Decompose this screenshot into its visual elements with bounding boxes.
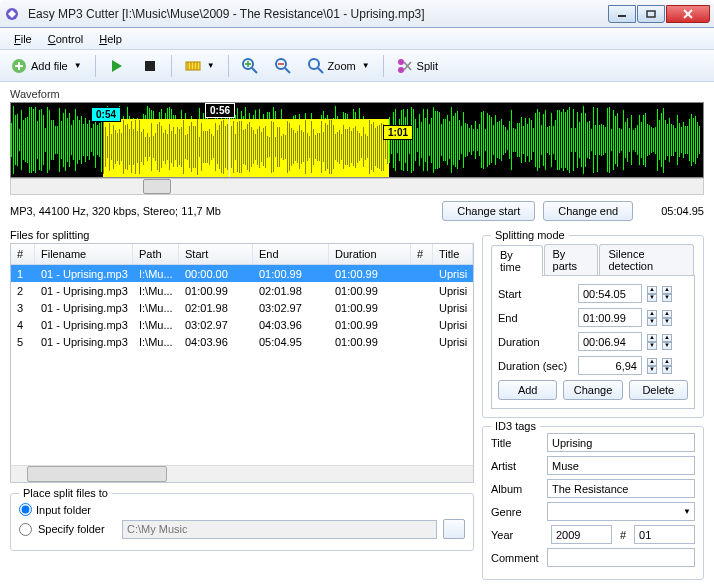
split-table: # Filename Path Start End Duration # Tit… <box>10 243 474 483</box>
id3-genre-select[interactable] <box>547 502 695 521</box>
tab-silence[interactable]: Silence detection <box>599 244 694 275</box>
duration-sec-input[interactable] <box>578 356 642 375</box>
id3-year-input[interactable] <box>551 525 612 544</box>
start-input[interactable] <box>578 284 642 303</box>
minimize-button[interactable] <box>608 5 636 23</box>
stop-button[interactable] <box>135 54 165 78</box>
split-icon <box>397 58 413 74</box>
svg-point-16 <box>309 59 319 69</box>
waveform-label: Waveform <box>10 88 704 100</box>
input-folder-radio[interactable] <box>19 503 32 516</box>
stop-icon <box>142 58 158 74</box>
change-end-button[interactable]: Change end <box>543 201 633 221</box>
titlebar: Easy MP3 Cutter [I:\Music\Muse\2009 - Th… <box>0 0 714 28</box>
menu-help[interactable]: Help <box>91 30 130 48</box>
id3-title-input[interactable] <box>547 433 695 452</box>
close-button[interactable] <box>666 5 710 23</box>
delete-button[interactable]: Delete <box>629 380 688 400</box>
file-info: MP3, 44100 Hz, 320 kbps, Stereo; 11,7 Mb <box>10 205 434 217</box>
toolbar: Add file ▼ ▼ Zoom▼ Split <box>0 50 714 82</box>
start-dn[interactable]: ▼ <box>647 294 657 302</box>
id3-album-input[interactable] <box>547 479 695 498</box>
waveform-icon <box>185 58 201 74</box>
menu-file[interactable]: File <box>6 30 40 48</box>
zoom-in-icon <box>242 58 258 74</box>
col-duration[interactable]: Duration <box>329 244 411 264</box>
split-button[interactable]: Split <box>390 54 445 78</box>
playhead-line <box>229 117 230 177</box>
specify-folder-radio[interactable] <box>19 523 32 536</box>
id3-label: ID3 tags <box>491 420 540 432</box>
menu-control[interactable]: Control <box>40 30 91 48</box>
svg-point-19 <box>398 67 404 73</box>
table-label: Files for splitting <box>10 229 474 241</box>
tab-by-parts[interactable]: By parts <box>544 244 599 275</box>
selection-end-marker[interactable]: 1:01 <box>383 125 413 140</box>
table-header: # Filename Path Start End Duration # Tit… <box>11 244 473 265</box>
col-filename[interactable]: Filename <box>35 244 133 264</box>
table-row[interactable]: 301 - Uprising.mp3I:\Mu...02:01.9803:02.… <box>11 299 473 316</box>
end-input[interactable] <box>578 308 642 327</box>
dest-label: Place split files to <box>19 487 112 499</box>
zoom-out-button[interactable] <box>268 54 298 78</box>
table-row[interactable]: 501 - Uprising.mp3I:\Mu...04:03.9605:04.… <box>11 333 473 350</box>
table-row[interactable]: 401 - Uprising.mp3I:\Mu...03:02.9704:03.… <box>11 316 473 333</box>
mode-label: Splitting mode <box>491 229 569 241</box>
zoom-icon <box>308 58 324 74</box>
selection-tool-button[interactable]: ▼ <box>178 54 222 78</box>
svg-line-13 <box>252 68 257 73</box>
col-end[interactable]: End <box>253 244 329 264</box>
svg-line-15 <box>285 68 290 73</box>
tab-by-time[interactable]: By time <box>491 245 543 276</box>
svg-rect-6 <box>145 61 155 71</box>
maximize-button[interactable] <box>637 5 665 23</box>
change-start-button[interactable]: Change start <box>442 201 535 221</box>
waveform-display[interactable]: 0:54 0:56 1:01 <box>10 102 704 178</box>
table-hscrollbar[interactable] <box>11 465 473 482</box>
total-duration: 05:04.95 <box>641 205 704 217</box>
start-up[interactable]: ▲ <box>647 286 657 294</box>
selection-start-marker[interactable]: 0:54 <box>91 107 121 122</box>
table-row[interactable]: 101 - Uprising.mp3I:\Mu...00:00.0001:00.… <box>11 265 473 282</box>
add-icon <box>11 58 27 74</box>
svg-line-17 <box>318 68 323 73</box>
col-number[interactable]: # <box>11 244 35 264</box>
specify-folder-label: Specify folder <box>38 523 116 535</box>
playhead-marker[interactable]: 0:56 <box>205 103 235 118</box>
col-title[interactable]: Title <box>433 244 473 264</box>
window-title: Easy MP3 Cutter [I:\Music\Muse\2009 - Th… <box>26 7 607 21</box>
id3-track-input[interactable] <box>634 525 695 544</box>
zoom-out-icon <box>275 58 291 74</box>
menubar: File Control Help <box>0 28 714 50</box>
col-track[interactable]: # <box>411 244 433 264</box>
add-button[interactable]: Add <box>498 380 557 400</box>
play-icon <box>109 58 125 74</box>
play-button[interactable] <box>102 54 132 78</box>
col-start[interactable]: Start <box>179 244 253 264</box>
svg-rect-2 <box>647 11 655 17</box>
duration-input[interactable] <box>578 332 642 351</box>
svg-point-18 <box>398 59 404 65</box>
folder-path-input[interactable] <box>122 520 437 539</box>
app-icon <box>4 6 20 22</box>
table-row[interactable]: 201 - Uprising.mp3I:\Mu...01:00.9902:01.… <box>11 282 473 299</box>
id3-comment-input[interactable] <box>547 548 695 567</box>
waveform-scrollbar[interactable] <box>10 178 704 195</box>
col-path[interactable]: Path <box>133 244 179 264</box>
browse-folder-button[interactable] <box>443 519 465 539</box>
add-file-button[interactable]: Add file ▼ <box>4 54 89 78</box>
zoom-dropdown[interactable]: Zoom▼ <box>301 54 377 78</box>
zoom-in-button[interactable] <box>235 54 265 78</box>
input-folder-label: Input folder <box>36 504 91 516</box>
id3-artist-input[interactable] <box>547 456 695 475</box>
change-button[interactable]: Change <box>563 380 622 400</box>
